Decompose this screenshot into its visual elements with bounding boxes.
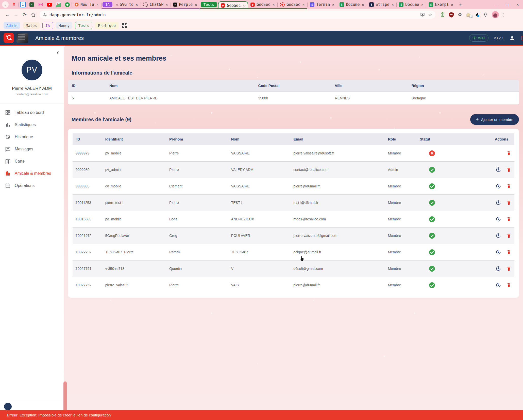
tab-chatgpt[interactable]: ChatGP ✕	[141, 0, 171, 9]
back-button[interactable]: ←	[3, 10, 12, 19]
pinned-tab-youtube[interactable]	[46, 0, 53, 9]
browser-menu-icon[interactable]: ⋮	[501, 12, 505, 18]
reload-button[interactable]: ⟳	[20, 10, 29, 19]
delete-member-icon[interactable]	[506, 249, 511, 255]
tab-close-icon[interactable]: ✕	[391, 3, 394, 7]
pinned-tab-pink-app[interactable]	[37, 0, 44, 9]
tab-group-label-ia[interactable]: IA	[103, 2, 112, 7]
home-button[interactable]	[29, 10, 38, 19]
member-row: 10011253 pierre.test1 Pierre TEST1 test1…	[73, 195, 514, 211]
delete-member-icon[interactable]	[506, 167, 511, 172]
delete-member-icon[interactable]	[506, 200, 511, 205]
extension-leaf-icon[interactable]	[439, 11, 446, 18]
tab-exemple[interactable]: S Exempl ✕	[426, 0, 456, 9]
user-account-icon[interactable]	[509, 35, 515, 41]
sidebar-item-tableau-de-bord[interactable]: Tableau de bord	[0, 107, 64, 119]
tab-close-icon[interactable]: ✕	[450, 3, 453, 7]
sidebar-item-historique[interactable]: Historique	[0, 131, 64, 143]
bookmark-pratique[interactable]: Pratique	[95, 22, 119, 29]
tab-document-2[interactable]: S Docume ✕	[397, 0, 426, 9]
tab-close-icon[interactable]: ✕	[361, 3, 364, 7]
member-prenom: Patrick	[166, 244, 228, 260]
tab-close-icon[interactable]: ✕	[194, 3, 197, 7]
window-maximize-button[interactable]: ▢	[502, 0, 512, 9]
bookmark-tests[interactable]: Tests	[75, 22, 92, 29]
delete-member-icon[interactable]	[506, 233, 511, 238]
window-minimize-button[interactable]: –	[491, 0, 502, 9]
sidebar-scrollbar[interactable]	[63, 381, 67, 411]
extension-recycle-icon[interactable]: ♻	[456, 11, 463, 18]
tab-close-icon[interactable]: ✕	[421, 3, 424, 7]
reset-password-icon[interactable]	[496, 233, 501, 238]
pinned-tab-notes[interactable]: ❧	[28, 0, 36, 9]
tab-close-icon[interactable]: ✕	[165, 3, 168, 7]
apps-grid-icon[interactable]	[122, 23, 127, 28]
pinned-tab-gmail[interactable]: M	[10, 0, 18, 9]
browser-profile-avatar[interactable]	[492, 11, 499, 18]
logout-icon[interactable]	[520, 35, 523, 41]
new-tab-button[interactable]: +	[456, 0, 464, 9]
tab-geosec-active[interactable]: ◉ GeoSec ✕	[218, 1, 248, 9]
tab-geosec-3[interactable]: GeoSec ✕	[278, 0, 307, 9]
tab-search-button[interactable]: ⌄	[2, 1, 9, 8]
delete-member-icon[interactable]	[506, 216, 511, 222]
tab-favicon: ✳	[116, 2, 118, 7]
delete-member-icon[interactable]	[506, 183, 511, 189]
pinned-tab-maps[interactable]	[55, 0, 62, 9]
extension-pin-icon[interactable]	[474, 11, 481, 18]
sidebar-item-messages[interactable]: Messages	[0, 143, 64, 155]
tab-stripe[interactable]: S Stripe ✕	[367, 0, 396, 9]
forward-button[interactable]: →	[12, 10, 20, 19]
sidebar-item-carte[interactable]: Carte	[0, 155, 64, 167]
pinned-tab-calendar[interactable]: 1	[19, 0, 27, 9]
tab-close-icon[interactable]: ✕	[272, 3, 275, 7]
tab-close-icon[interactable]: ✕	[96, 3, 99, 7]
reset-password-icon[interactable]	[496, 167, 501, 172]
bookmark-ia[interactable]: IA	[42, 22, 53, 29]
reset-password-icon[interactable]	[496, 200, 501, 205]
app-logo[interactable]	[4, 33, 14, 43]
url-bar[interactable]: dapp.geosector.fr/admin ☆	[40, 11, 435, 19]
reset-password-icon[interactable]	[496, 249, 501, 255]
sidebar-item-statistiques[interactable]: Statistiques	[0, 119, 64, 131]
tab-favicon: S	[310, 2, 314, 7]
tab-group-label-tests[interactable]: Tests	[201, 2, 217, 7]
window-close-button[interactable]: ✕	[512, 0, 523, 9]
reset-password-icon[interactable]	[496, 266, 501, 271]
tab-perplexity[interactable]: ✳ Perple ✕	[171, 0, 200, 9]
tab-close-icon[interactable]: ✕	[242, 4, 245, 7]
bookmark-money[interactable]: Money	[56, 22, 73, 29]
sidebar-item-amicale-membres[interactable]: Amicale & membres	[0, 167, 64, 180]
status-ok-icon	[429, 167, 435, 173]
bookmark-admin[interactable]: Admin	[4, 22, 20, 29]
bookmark-star-icon[interactable]: ☆	[426, 11, 434, 19]
tab-new-tab[interactable]: New Ta ✕	[72, 0, 101, 9]
bookmark-matos[interactable]: Matos	[23, 22, 40, 29]
tab-svg-to[interactable]: ✳ SVG to ✕	[113, 0, 141, 9]
tab-document-1[interactable]: S Docume ✕	[337, 0, 367, 9]
sidebar-collapse-icon[interactable]	[56, 51, 60, 55]
reset-password-icon[interactable]	[496, 216, 501, 222]
delete-member-icon[interactable]	[506, 266, 511, 271]
url-text[interactable]: dapp.geosector.fr/admin	[49, 12, 419, 17]
tab-close-icon[interactable]: ✕	[332, 3, 335, 7]
delete-member-icon[interactable]	[506, 282, 511, 288]
sidebar-item-operations[interactable]: Opérations	[0, 180, 64, 192]
extension-home-icon[interactable]: 1	[465, 11, 472, 18]
sidebar-item-label: Historique	[15, 135, 33, 139]
delete-member-icon[interactable]	[506, 150, 511, 156]
pinned-tab-chat[interactable]	[63, 0, 71, 9]
reset-password-icon[interactable]	[496, 282, 501, 288]
extensions-puzzle-icon[interactable]	[482, 11, 489, 18]
tab-geosec-2[interactable]: ◉ GeoSec ✕	[248, 0, 277, 9]
reset-password-icon[interactable]	[496, 183, 501, 189]
extension-shield-icon[interactable]	[448, 11, 455, 18]
tab-terminal[interactable]: S Termin ✕	[308, 0, 337, 9]
install-app-icon[interactable]	[419, 11, 426, 19]
site-settings-icon[interactable]	[43, 13, 47, 17]
avatar: PV	[22, 60, 42, 80]
add-member-button[interactable]: + Ajouter un membre	[470, 114, 519, 125]
header-photo-thumbnail[interactable]	[16, 33, 28, 43]
tab-close-icon[interactable]: ✕	[302, 3, 305, 7]
tab-close-icon[interactable]: ✕	[135, 3, 138, 7]
